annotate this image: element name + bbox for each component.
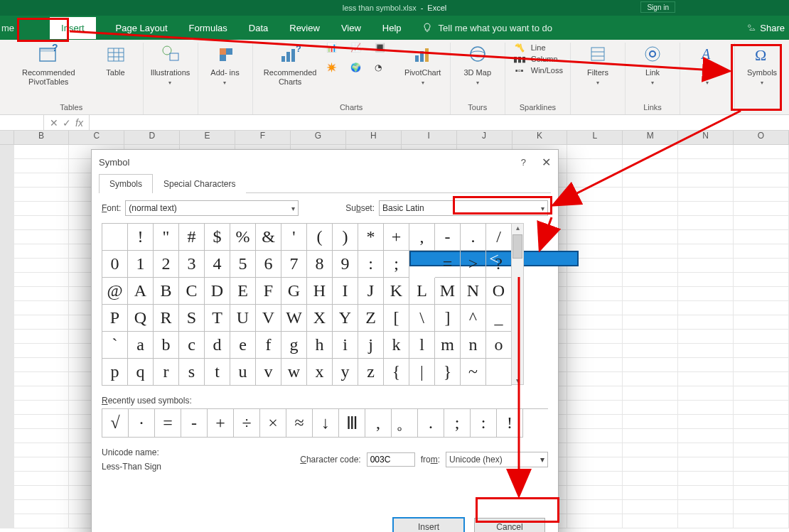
sparkline-winloss-button[interactable]: ▪▫▪Win/Loss [512, 65, 563, 75]
char-cell[interactable]: t [205, 359, 230, 386]
pie-chart-icon[interactable]: ◔ [375, 63, 397, 81]
char-cell[interactable]: \ [409, 305, 435, 332]
scroll-up-icon[interactable]: ▴ [516, 224, 520, 232]
char-cell[interactable]: h [307, 332, 333, 359]
char-cell[interactable]: 6 [256, 251, 281, 278]
tab-special-characters[interactable]: Special Characters [153, 174, 246, 193]
char-cell[interactable]: | [409, 359, 435, 386]
col-header[interactable]: H [346, 131, 402, 144]
table-button[interactable]: Table [96, 43, 136, 77]
tab-review[interactable]: Review [288, 18, 321, 38]
char-cell[interactable]: n [461, 332, 486, 359]
col-header[interactable]: C [69, 131, 124, 144]
char-cell[interactable]: + [384, 224, 409, 251]
symbols-button[interactable]: Ω Symbols▾ [742, 43, 782, 86]
char-cell[interactable]: o [486, 332, 512, 359]
col-header[interactable]: I [402, 131, 457, 144]
char-cell[interactable]: $ [205, 224, 230, 251]
tab-formulas[interactable]: Formulas [188, 18, 229, 38]
col-header[interactable]: G [291, 131, 346, 144]
sparkline-line-button[interactable]: 〽️Line [512, 43, 563, 53]
recent-symbol[interactable]: · [129, 409, 155, 438]
char-cell[interactable]: N [461, 278, 486, 305]
share-button[interactable]: Share [746, 23, 785, 33]
char-cell[interactable]: f [256, 332, 281, 359]
tab-view[interactable]: View [340, 18, 363, 38]
char-cell[interactable]: : [358, 251, 384, 278]
recent-symbol[interactable]: 。 [392, 409, 418, 438]
tab-help[interactable]: Help [381, 18, 403, 38]
signin-button[interactable]: Sign in [640, 1, 675, 13]
filters-button[interactable]: Filters▾ [578, 43, 618, 86]
char-cell[interactable]: E [230, 278, 256, 305]
char-cell[interactable]: R [154, 305, 179, 332]
map-chart-icon[interactable]: 🌍 [350, 63, 373, 81]
link-button[interactable]: Link▾ [633, 43, 672, 86]
char-cell[interactable]: d [205, 332, 230, 359]
addins-button[interactable]: Add- ins▾ [205, 43, 245, 86]
char-cell[interactable]: U [230, 305, 256, 332]
recent-symbol[interactable]: × [260, 409, 286, 438]
col-header[interactable]: K [512, 131, 568, 144]
char-cell[interactable]: Y [333, 305, 358, 332]
char-cell[interactable]: M [435, 278, 461, 305]
char-cell[interactable]: A [128, 278, 154, 305]
char-cell[interactable]: 1 [128, 251, 154, 278]
col-header[interactable]: B [14, 131, 70, 144]
char-code-input[interactable] [367, 452, 415, 467]
char-cell[interactable]: " [154, 224, 179, 251]
char-cell[interactable]: p [102, 359, 128, 386]
char-cell[interactable]: K [384, 278, 409, 305]
char-cell[interactable]: e [230, 332, 256, 359]
col-header[interactable]: N [678, 131, 734, 144]
col-header[interactable]: D [124, 131, 180, 144]
char-cell[interactable]: ; [384, 251, 409, 278]
char-cell[interactable]: ~ [461, 359, 486, 386]
tell-me[interactable]: Tell me what you want to do [422, 22, 552, 33]
char-cell[interactable]: g [281, 332, 307, 359]
col-header[interactable]: M [623, 131, 678, 144]
recent-symbols-grid[interactable]: √·=-+÷×≈↓Ⅲ,。.;:! [102, 408, 548, 438]
recent-symbol[interactable]: + [208, 409, 234, 438]
char-cell[interactable]: ! [128, 224, 154, 251]
char-cell[interactable]: = [435, 251, 461, 278]
char-cell[interactable]: j [358, 332, 384, 359]
char-cell[interactable]: q [128, 359, 154, 386]
char-cell[interactable]: ^ [461, 305, 486, 332]
char-cell[interactable]: Q [128, 305, 154, 332]
char-cell[interactable]: % [230, 224, 256, 251]
character-grid[interactable]: !"#$%&'()*+,-./0123456789:;<=>?@ABCDEFGH… [102, 223, 512, 386]
scroll-thumb[interactable] [512, 234, 522, 259]
char-cell[interactable]: X [307, 305, 333, 332]
tab-data[interactable]: Data [247, 18, 269, 38]
worksheet-grid[interactable]: Symbol ? ✕ Symbols Special Characters Fo… [0, 145, 789, 532]
recent-symbol[interactable]: √ [102, 409, 129, 438]
font-select[interactable]: (normal text)▾ [125, 200, 299, 216]
col-header[interactable]: O [734, 131, 789, 144]
recommended-charts-button[interactable]: ? Recommended Charts [260, 43, 321, 86]
chart-type-gallery[interactable]: 📊 📈 🔳 ✴️ 🌍 ◔ [326, 43, 397, 81]
col-header[interactable]: J [457, 131, 512, 144]
col-header[interactable]: L [567, 131, 623, 144]
tab-insert[interactable]: Insert [50, 17, 96, 39]
3d-map-button[interactable]: 3D Map▾ [458, 43, 498, 86]
char-cell[interactable]: m [435, 332, 461, 359]
char-cell[interactable]: L [409, 278, 435, 305]
char-cell[interactable]: @ [102, 278, 128, 305]
char-cell[interactable] [102, 224, 128, 251]
char-cell[interactable]: c [179, 332, 205, 359]
char-cell[interactable]: T [205, 305, 230, 332]
char-cell[interactable]: z [358, 359, 384, 386]
col-header[interactable]: F [235, 131, 291, 144]
char-cell[interactable]: 3 [179, 251, 205, 278]
char-cell[interactable]: ? [486, 251, 512, 278]
char-cell[interactable]: B [154, 278, 179, 305]
recent-symbol[interactable]: Ⅲ [339, 409, 365, 438]
char-cell[interactable]: { [384, 359, 409, 386]
pivotchart-button[interactable]: PivotChart▾ [403, 43, 443, 86]
recent-symbol[interactable]: ÷ [234, 409, 260, 438]
recommended-pivottables-button[interactable]: ? Recommended PivotTables [7, 43, 90, 86]
tab-home-partial[interactable]: me [0, 18, 16, 38]
char-cell[interactable]: & [256, 224, 281, 251]
recent-symbol[interactable]: : [471, 409, 497, 438]
